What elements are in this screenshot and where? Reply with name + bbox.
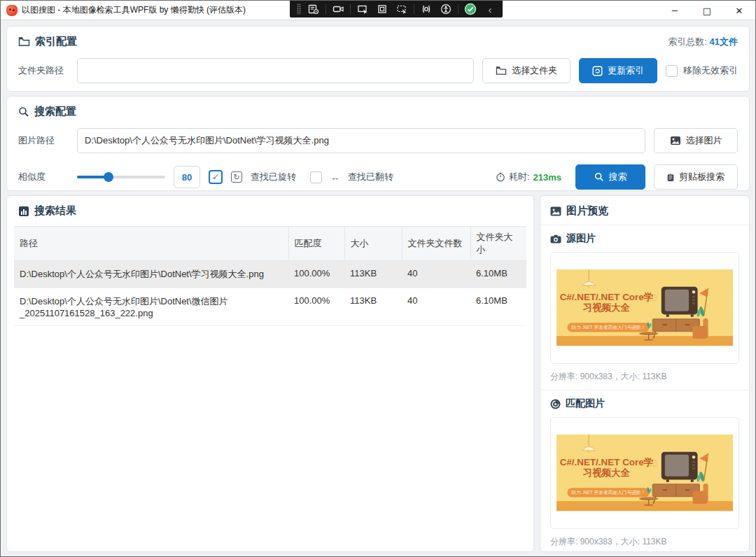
toolbar-separator [350,4,351,14]
region-select-icon[interactable] [374,2,391,16]
image-path-input[interactable] [77,128,645,153]
rotate-search-checkbox[interactable]: ✓ [209,170,223,184]
camera-icon [550,234,561,244]
search-button[interactable]: 搜索 [575,164,645,190]
search-config-card: 搜索配置 图片路径 选择图片 相似度 80 ✓ ↻ 查找已旋转 [6,96,750,191]
result-path[interactable]: D:\Desktop\个人公众号无水印图片\DotNet\学习视频大全.png [14,261,288,288]
matched-image-thumbnail[interactable]: C#/.NET/.NET Core学 习视频大全 助力 .NET 开发者高效入门… [550,417,739,529]
table-row[interactable]: D:\Desktop\个人公众号无水印图片\DotNet\微信图片_202511… [14,288,526,326]
accessibility-icon[interactable] [438,2,454,16]
image-preview-card: 图片预览 源图片 C#/.NET/.NET Core学 [540,195,750,552]
app-window: 以图搜图 - 本地图像检索工具WPF版 by 懒得勤快 (评估版本) [0,0,756,557]
result-size: 113KB [344,288,402,326]
search-config-title: 搜索配置 [34,105,76,118]
result-folder-size: 6.10MB [470,288,526,326]
index-total-value: 41文件 [710,36,738,47]
similarity-label: 相似度 [18,171,69,183]
table-row[interactable]: D:\Desktop\个人公众号无水印图片\DotNet\学习视频大全.png … [14,261,526,288]
screen-capture-toolbar: ‹ [290,1,503,17]
collapse-chevron-icon[interactable]: ‹ [482,2,498,16]
window-title: 以图搜图 - 本地图像检索工具WPF版 by 懒得勤快 (评估版本) [22,4,246,16]
source-image-label: 源图片 [566,232,596,245]
find-flipped-label: 查找已翻转 [348,171,393,183]
search-icon [594,172,604,182]
folder-path-label: 文件夹路径 [18,64,69,77]
column-header-file-count[interactable]: 文件夹文件数 [402,227,470,261]
update-index-button[interactable]: 更新索引 [579,58,657,83]
image-path-label: 图片路径 [18,134,69,147]
elapsed-label: 耗时: [509,171,530,183]
remove-invalid-checkbox[interactable] [666,65,678,77]
folder-icon [18,36,30,47]
source-image-caption: 分辨率: 900x383，大小: 113KB [550,371,739,383]
column-header-folder-size[interactable]: 文件夹大小 [470,227,526,261]
clipboard-search-button[interactable]: 剪贴板搜索 [654,164,738,190]
toolbar-drag-grip-icon[interactable] [297,3,301,15]
video-record-icon[interactable] [330,2,346,16]
match-target-icon [550,399,561,409]
select-image-button[interactable]: 选择图片 [654,128,738,153]
similarity-value: 80 [174,166,200,188]
window-select-icon[interactable] [354,2,371,16]
refresh-index-icon [592,66,603,76]
matched-image-label: 匹配图片 [566,397,605,410]
elapsed-time: 耗时: 213ms [496,171,561,183]
bar-chart-icon [18,206,29,217]
source-image-label-row: 源图片 [550,232,739,245]
scroll-capture-icon[interactable] [418,2,435,16]
result-folder-size: 6.10MB [470,261,526,288]
search-results-header: 搜索结果 [14,204,526,218]
results-header-row: 路径 匹配度 大小 文件夹文件数 文件夹大小 [14,227,526,261]
similarity-slider[interactable] [77,176,165,178]
column-header-size[interactable]: 大小 [344,227,402,261]
result-size: 113KB [344,261,402,288]
search-config-header: 搜索配置 [18,105,738,118]
search-icon [18,106,29,118]
minimize-button[interactable]: ─ [659,1,691,20]
toolbar-separator [414,4,414,14]
stopwatch-icon [496,172,505,182]
flip-icon: ↔ [330,172,340,183]
find-rotated-label: 查找已旋转 [251,171,296,183]
index-total: 索引总数: 41文件 [668,36,738,48]
svg-text:C#/.NET/.NET Core学: C#/.NET/.NET Core学 [560,458,654,468]
matched-image-label-row: 匹配图片 [550,397,739,410]
maximize-button[interactable]: □ [691,1,723,20]
image-preview-header: 图片预览 [550,204,739,218]
app-logo-icon [6,5,18,16]
elapsed-value: 213ms [533,172,561,183]
similarity-slider-thumb[interactable] [104,172,113,182]
index-config-header: 索引配置 [18,35,77,48]
svg-text:助力 .NET 开发者高效入门与进阶！: 助力 .NET 开发者高效入门与进阶！ [570,490,645,495]
main-content: 索引配置 索引总数: 41文件 文件夹路径 选择文件夹 更新索引 [1,20,755,557]
toolbar-separator [326,4,326,14]
search-results-card: 搜索结果 路径 匹配度 大小 文件夹文件数 文件夹大小 [6,195,534,552]
capture-settings-icon[interactable] [305,2,322,16]
svg-text:习视频大全: 习视频大全 [583,467,631,479]
result-file-count: 40 [402,261,470,288]
svg-text:C#/.NET/.NET Core学: C#/.NET/.NET Core学 [560,292,654,303]
matched-image-caption: 分辨率: 900x383，大小: 113KB [550,536,739,548]
divider [540,225,749,225]
image-preview-title: 图片预览 [566,204,608,218]
folder-path-input[interactable] [77,58,474,83]
result-match: 100.00% [288,261,344,288]
column-header-match[interactable]: 匹配度 [288,227,344,261]
result-path[interactable]: D:\Desktop\个人公众号无水印图片\DotNet\微信图片_202511… [14,288,288,326]
title-bar: 以图搜图 - 本地图像检索工具WPF版 by 懒得勤快 (评估版本) [1,1,755,20]
column-header-path[interactable]: 路径 [14,227,288,261]
select-folder-button[interactable]: 选择文件夹 [482,58,570,83]
freeform-select-icon[interactable] [393,2,410,16]
source-image-thumbnail[interactable]: C#/.NET/.NET Core学 习视频大全 助力 .NET 开发者高效入门… [550,252,739,364]
remove-invalid-option[interactable]: 移除无效索引 [666,64,738,77]
index-config-card: 索引配置 索引总数: 41文件 文件夹路径 选择文件夹 更新索引 [6,26,750,92]
search-results-title: 搜索结果 [34,204,76,218]
flip-search-checkbox[interactable] [310,171,322,183]
source-banner-image: C#/.NET/.NET Core学 习视频大全 助力 .NET 开发者高效入门… [556,269,733,346]
result-match: 100.00% [288,288,344,326]
close-button[interactable]: ✕ [723,1,755,20]
index-total-label: 索引总数: [668,36,707,47]
confirm-check-icon[interactable] [462,2,479,16]
image-preview-icon [550,206,561,217]
clipboard-icon [667,172,674,183]
